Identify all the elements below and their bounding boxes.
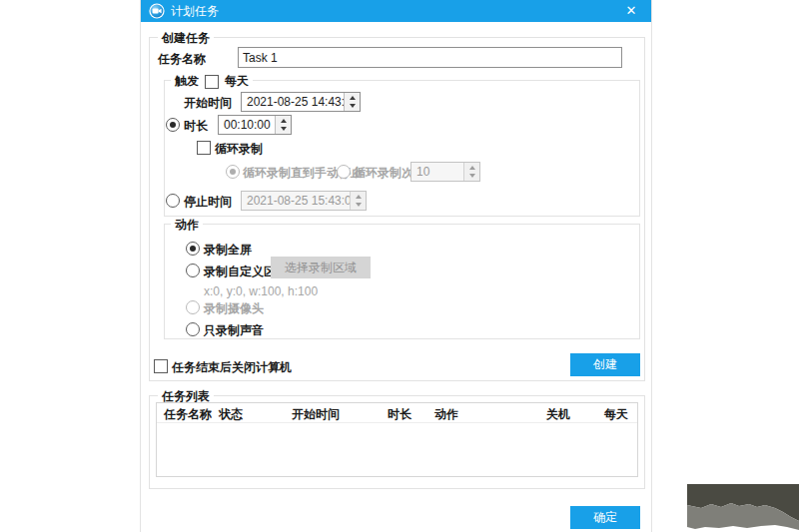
start-time-spinner[interactable]: 2021-08-25 14:43:09 bbox=[241, 92, 361, 112]
loop-count-radio[interactable] bbox=[337, 165, 351, 179]
record-fullscreen-radio[interactable] bbox=[186, 242, 200, 256]
record-custom-region-radio[interactable] bbox=[186, 264, 200, 277]
duration-radio[interactable] bbox=[166, 118, 180, 132]
loop-record-checkbox[interactable] bbox=[197, 141, 211, 155]
action-group-label: 动作 bbox=[171, 217, 203, 234]
stop-time-spin-buttons[interactable] bbox=[350, 192, 366, 210]
column-header-action[interactable]: 动作 bbox=[434, 406, 458, 423]
region-coords-text: x:0, y:0, w:100, h:100 bbox=[204, 284, 318, 298]
duration-spinner[interactable]: 00:10:00 bbox=[218, 115, 292, 135]
task-name-input[interactable] bbox=[238, 47, 622, 68]
loop-until-stop-radio[interactable] bbox=[226, 165, 240, 179]
screen: 计划任务 ✕ 创建任务 任务名称 触发 每天 开始时间 2021-08-25 1… bbox=[0, 0, 799, 532]
daily-checkbox[interactable] bbox=[205, 75, 219, 89]
scheduled-task-dialog: 计划任务 ✕ 创建任务 任务名称 触发 每天 开始时间 2021-08-25 1… bbox=[140, 0, 652, 532]
app-recorder-icon bbox=[149, 3, 165, 19]
create-button[interactable]: 创建 bbox=[570, 353, 640, 376]
loop-record-label: 循环录制 bbox=[215, 141, 263, 158]
task-table-header: 任务名称 状态 开始时间 时长 动作 关机 每天 bbox=[157, 403, 637, 423]
column-header-status[interactable]: 状态 bbox=[219, 406, 243, 423]
column-header-daily[interactable]: 每天 bbox=[604, 406, 628, 423]
duration-value: 00:10:00 bbox=[219, 116, 275, 134]
record-camera-label: 录制摄像头 bbox=[204, 300, 264, 317]
stop-time-radio[interactable] bbox=[166, 194, 180, 208]
column-header-start-time[interactable]: 开始时间 bbox=[292, 406, 340, 423]
trigger-group-label: 触发 bbox=[175, 73, 199, 90]
daily-label: 每天 bbox=[225, 73, 249, 90]
loop-count-spin-buttons[interactable] bbox=[463, 163, 479, 181]
task-table: 任务名称 状态 开始时间 时长 动作 关机 每天 bbox=[156, 402, 638, 477]
start-time-value: 2021-08-25 14:43:09 bbox=[242, 93, 344, 111]
close-icon[interactable]: ✕ bbox=[621, 0, 641, 22]
task-table-body bbox=[157, 423, 637, 478]
column-header-duration[interactable]: 时长 bbox=[388, 406, 411, 423]
stop-time-spinner[interactable]: 2021-08-25 15:43:09 bbox=[241, 191, 367, 211]
column-header-shutdown[interactable]: 关机 bbox=[546, 406, 570, 423]
background-image-fragment bbox=[687, 484, 799, 532]
select-region-button[interactable]: 选择录制区域 bbox=[271, 257, 371, 278]
record-audio-only-radio[interactable] bbox=[186, 322, 200, 336]
duration-label: 时长 bbox=[184, 118, 208, 135]
task-name-label: 任务名称 bbox=[158, 51, 206, 68]
stop-time-label: 停止时间 bbox=[184, 194, 232, 211]
start-time-label: 开始时间 bbox=[184, 95, 232, 112]
shutdown-after-task-checkbox[interactable] bbox=[154, 359, 168, 373]
title-bar[interactable]: 计划任务 ✕ bbox=[141, 0, 651, 22]
column-header-task-name[interactable]: 任务名称 bbox=[164, 406, 212, 423]
ok-button[interactable]: 确定 bbox=[570, 506, 640, 529]
duration-spin-buttons[interactable] bbox=[275, 116, 291, 134]
create-task-group-label: 创建任务 bbox=[158, 30, 214, 47]
record-audio-only-label: 只录制声音 bbox=[204, 322, 264, 339]
shutdown-after-task-label: 任务结束后关闭计算机 bbox=[172, 359, 292, 376]
window-title: 计划任务 bbox=[171, 3, 219, 20]
loop-count-value: 10 bbox=[411, 163, 463, 181]
record-camera-radio[interactable] bbox=[186, 300, 200, 314]
loop-count-spinner[interactable]: 10 bbox=[410, 162, 480, 182]
start-time-spin-buttons[interactable] bbox=[344, 93, 360, 111]
stop-time-value: 2021-08-25 15:43:09 bbox=[242, 192, 350, 210]
record-fullscreen-label: 录制全屏 bbox=[204, 242, 252, 259]
